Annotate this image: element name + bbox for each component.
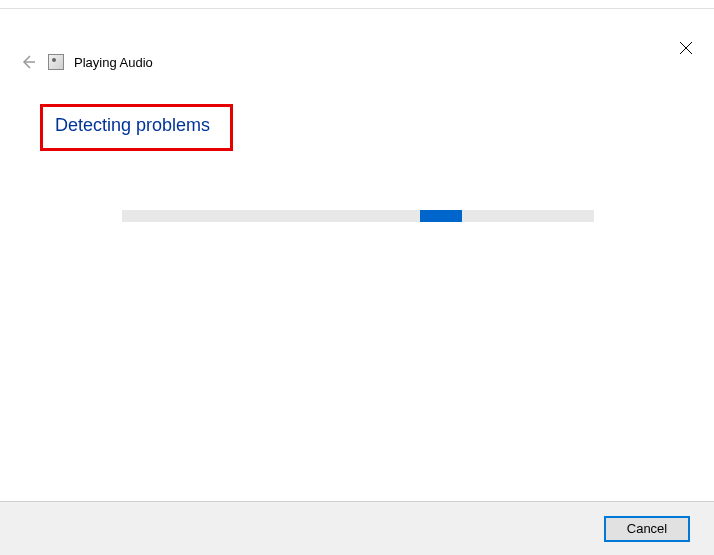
troubleshooter-icon [48,54,64,70]
close-button[interactable] [678,40,694,56]
back-button[interactable] [18,52,38,72]
cancel-button[interactable]: Cancel [604,516,690,542]
close-icon [679,41,693,55]
dialog-title: Playing Audio [74,55,153,70]
dialog-header: Playing Audio [18,52,153,72]
top-divider [0,8,714,9]
status-text: Detecting problems [55,115,210,136]
status-highlight-box: Detecting problems [40,104,233,151]
back-arrow-icon [20,54,36,70]
progress-bar [122,210,594,222]
dialog-footer: Cancel [0,501,714,555]
progress-indicator [420,210,462,222]
